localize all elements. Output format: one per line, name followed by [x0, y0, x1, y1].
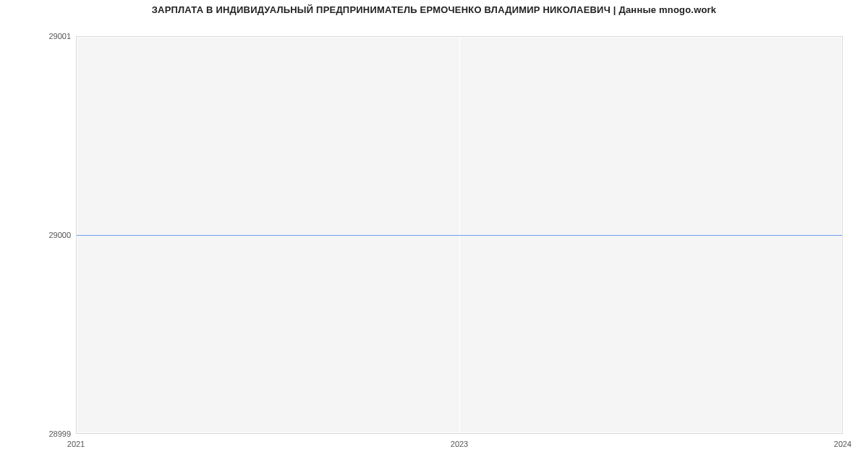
y-tick-label: 28999: [6, 430, 71, 438]
plot-area: [76, 36, 843, 434]
grid-line-horizontal: [77, 37, 842, 38]
chart-title: ЗАРПЛАТА В ИНДИВИДУАЛЬНЫЙ ПРЕДПРИНИМАТЕЛ…: [0, 4, 868, 15]
chart-container: ЗАРПЛАТА В ИНДИВИДУАЛЬНЫЙ ПРЕДПРИНИМАТЕЛ…: [0, 0, 868, 470]
series-line: [77, 235, 842, 236]
x-tick-label: 2023: [451, 440, 468, 448]
y-tick-label: 29000: [6, 231, 71, 239]
y-tick-label: 29001: [6, 32, 71, 40]
grid-line-horizontal: [77, 432, 842, 433]
x-tick-label: 2024: [834, 440, 851, 448]
x-tick-label: 2021: [67, 440, 85, 448]
